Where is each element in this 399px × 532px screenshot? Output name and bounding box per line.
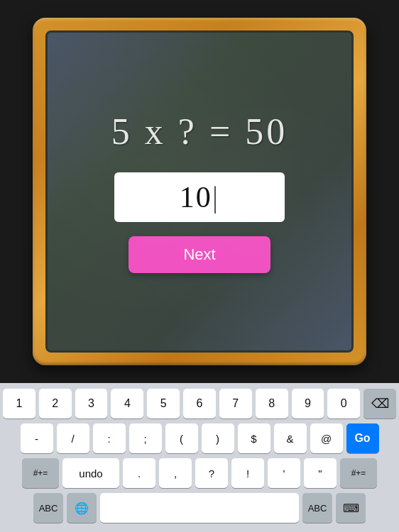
keyboard: 1 2 3 4 5 6 7 8 9 0 ⌫ - / : ; ( ) $ & @ …: [0, 383, 399, 532]
key-semicolon[interactable]: ;: [129, 423, 162, 453]
key-6[interactable]: 6: [183, 389, 216, 419]
frame-outer: 5 x ? = 50 10 Next: [33, 18, 366, 365]
key-comma[interactable]: ,: [159, 458, 192, 488]
key-globe[interactable]: 🌐: [67, 493, 97, 523]
delete-icon: ⌫: [371, 396, 389, 411]
key-4[interactable]: 4: [111, 389, 143, 419]
key-dollar[interactable]: $: [238, 423, 270, 453]
key-8[interactable]: 8: [256, 389, 288, 419]
keyboard-row-numbers: 1 2 3 4 5 6 7 8 9 0 ⌫: [3, 389, 396, 419]
keyboard-row-symbols: - / : ; ( ) $ & @ Go: [3, 423, 396, 453]
key-question[interactable]: ?: [195, 458, 228, 488]
math-question: 5 x ? = 50: [111, 111, 288, 153]
key-keyboard[interactable]: ⌨: [336, 493, 366, 523]
chalkboard: 5 x ? = 50 10 Next: [45, 31, 354, 353]
key-3[interactable]: 3: [75, 389, 108, 419]
key-2[interactable]: 2: [39, 389, 72, 419]
go-button[interactable]: Go: [346, 423, 379, 453]
key-undo[interactable]: undo: [62, 458, 119, 488]
answer-input-display[interactable]: 10: [114, 172, 285, 222]
key-ampersand[interactable]: &: [274, 423, 307, 453]
key-0[interactable]: 0: [327, 389, 360, 419]
key-abc[interactable]: ABC: [33, 493, 63, 523]
key-exclaim[interactable]: !: [231, 458, 264, 488]
key-at[interactable]: @: [310, 423, 343, 453]
key-rparen[interactable]: ): [202, 423, 234, 453]
chalkboard-area: 5 x ? = 50 10 Next: [0, 0, 399, 383]
keyboard-row-more: #+= undo . , ? ! ' " #+=: [3, 458, 396, 488]
key-delete[interactable]: ⌫: [364, 389, 396, 419]
key-5[interactable]: 5: [147, 389, 180, 419]
key-hashplus[interactable]: #+=: [22, 458, 59, 488]
key-minus[interactable]: -: [21, 423, 53, 453]
key-colon[interactable]: :: [93, 423, 126, 453]
key-1[interactable]: 1: [3, 389, 35, 419]
answer-value: 10: [180, 180, 219, 214]
key-slash[interactable]: /: [57, 423, 89, 453]
next-button[interactable]: Next: [129, 236, 270, 273]
key-hashplus2[interactable]: #+=: [340, 458, 377, 488]
key-apostrophe[interactable]: ': [268, 458, 300, 488]
key-7[interactable]: 7: [219, 389, 252, 419]
key-quote[interactable]: ": [304, 458, 337, 488]
key-9[interactable]: 9: [292, 389, 324, 419]
key-abc2[interactable]: ABC: [302, 493, 332, 523]
key-period[interactable]: .: [123, 458, 155, 488]
key-lparen[interactable]: (: [165, 423, 198, 453]
key-space[interactable]: [100, 493, 299, 523]
keyboard-row-bottom: ABC 🌐 ABC ⌨: [3, 493, 396, 523]
